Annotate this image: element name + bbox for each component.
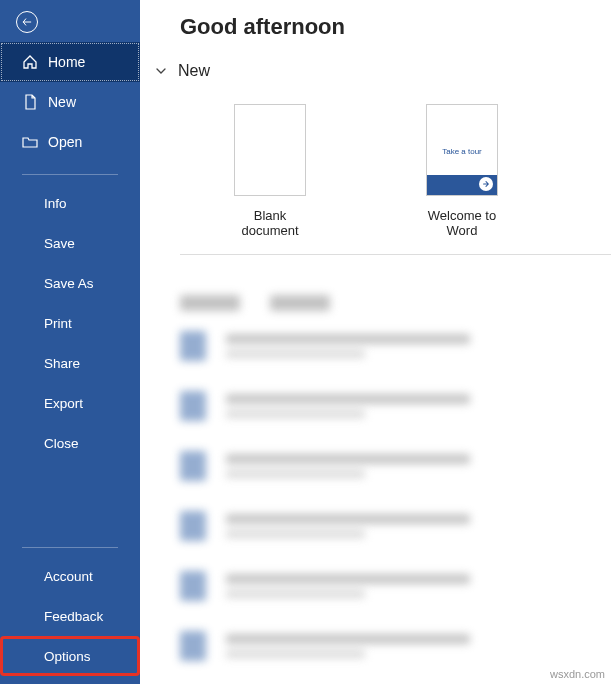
sidebar-item-options[interactable]: Options bbox=[0, 636, 140, 676]
back-button[interactable] bbox=[0, 8, 40, 36]
template-label: Welcome to Word bbox=[426, 208, 498, 238]
sidebar-item-close[interactable]: Close bbox=[0, 423, 140, 463]
recent-documents-area bbox=[174, 295, 574, 655]
sidebar-item-label: Open bbox=[48, 134, 82, 150]
back-arrow-icon bbox=[16, 11, 38, 33]
section-divider bbox=[180, 254, 611, 255]
section-title: New bbox=[178, 62, 210, 80]
sidebar-item-open[interactable]: Open bbox=[0, 122, 140, 162]
sidebar-item-label: New bbox=[48, 94, 76, 110]
sidebar-item-account[interactable]: Account bbox=[0, 556, 140, 596]
sidebar-divider bbox=[22, 174, 118, 175]
backstage-sidebar: Home New Open Info Save Save As Print Sh… bbox=[0, 0, 140, 684]
sidebar-item-share[interactable]: Share bbox=[0, 343, 140, 383]
sidebar-item-label: Home bbox=[48, 54, 85, 70]
template-label: Blank document bbox=[234, 208, 306, 238]
template-thumbnail: Take a tour bbox=[426, 104, 498, 196]
sidebar-divider bbox=[22, 547, 118, 548]
template-gallery: Blank document Take a tour Welcome to Wo… bbox=[140, 104, 611, 238]
template-thumbnail bbox=[234, 104, 306, 196]
sidebar-item-print[interactable]: Print bbox=[0, 303, 140, 343]
home-icon bbox=[22, 54, 38, 70]
sidebar-item-new[interactable]: New bbox=[0, 82, 140, 122]
tour-text: Take a tour bbox=[427, 147, 497, 156]
chevron-down-icon[interactable] bbox=[154, 64, 168, 78]
sidebar-item-save[interactable]: Save bbox=[0, 223, 140, 263]
arrow-right-icon bbox=[479, 177, 493, 191]
sidebar-item-info[interactable]: Info bbox=[0, 183, 140, 223]
sidebar-item-export[interactable]: Export bbox=[0, 383, 140, 423]
greeting-title: Good afternoon bbox=[140, 14, 611, 40]
document-icon bbox=[22, 94, 38, 110]
template-welcome-to-word[interactable]: Take a tour Welcome to Word bbox=[426, 104, 498, 238]
watermark: wsxdn.com bbox=[550, 668, 605, 680]
new-section-header[interactable]: New bbox=[140, 62, 611, 80]
sidebar-item-feedback[interactable]: Feedback bbox=[0, 596, 140, 636]
main-content: Good afternoon New Blank document Take a… bbox=[140, 0, 611, 684]
sidebar-item-saveas[interactable]: Save As bbox=[0, 263, 140, 303]
folder-open-icon bbox=[22, 134, 38, 150]
template-blank-document[interactable]: Blank document bbox=[234, 104, 306, 238]
sidebar-item-home[interactable]: Home bbox=[0, 42, 140, 82]
